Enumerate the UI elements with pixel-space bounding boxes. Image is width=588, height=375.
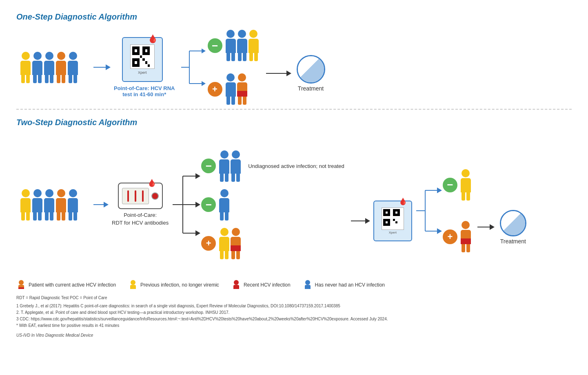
legend-previous: Previous infection, no longer viremic bbox=[128, 280, 219, 290]
arrow-to-rna bbox=[351, 218, 370, 224]
svg-marker-22 bbox=[437, 228, 442, 234]
plus-circle-rna: + bbox=[443, 229, 457, 244]
rna-minus-people bbox=[461, 169, 471, 201]
legend-active-icon bbox=[16, 280, 26, 290]
row-minus-mid: − bbox=[201, 189, 344, 221]
people-plus-bot bbox=[219, 228, 241, 259]
two-step-initial-people bbox=[20, 189, 78, 221]
positive-people bbox=[226, 73, 247, 105]
blood-drop-icon: 🩸 bbox=[148, 34, 158, 44]
poc-device-one-step: 🩸 bbox=[114, 37, 175, 97]
two-step-section: Two-Step Diagnostic Algorithm 🩸 bbox=[16, 118, 572, 290]
two-step-result-rows: − Undiagnosed active infection; not trea… bbox=[201, 150, 344, 259]
minus-circle-top: − bbox=[201, 159, 216, 173]
people-minus-top bbox=[219, 150, 241, 182]
rna-device-box: 🩸 Xpert bbox=[373, 201, 412, 241]
arrow-to-treatment-1 bbox=[266, 71, 291, 76]
footer-ref-3: 3 CDC: https://www.cdc.gov/hepatitis/sta… bbox=[16, 316, 572, 322]
result-negative-row: − bbox=[208, 30, 259, 61]
treatment-2: Treatment bbox=[500, 210, 526, 245]
plus-circle-1: + bbox=[208, 82, 222, 97]
one-step-initial-people bbox=[20, 52, 78, 83]
rna-blood-drop: 🩸 bbox=[399, 197, 407, 206]
legend-recent-icon bbox=[231, 280, 241, 290]
poc-rna-two-step: 🩸 Xpert bbox=[373, 201, 412, 241]
svg-marker-12 bbox=[195, 202, 200, 207]
person-blue-2 bbox=[44, 52, 54, 83]
row-minus-top: − Undiagnosed active infection; not trea… bbox=[201, 150, 344, 182]
footer-ref-1: 1 Grebely J., et al (2017): Hepatitis C … bbox=[16, 303, 572, 309]
rdt-strip bbox=[122, 188, 149, 204]
person-blue-3 bbox=[68, 52, 78, 83]
rna-plus-row: + bbox=[443, 221, 471, 252]
rdt-sample-port bbox=[151, 192, 158, 200]
rdt-caption: Point-of-Care: RDT for HCV antibodies bbox=[112, 212, 169, 226]
people-minus-mid bbox=[219, 189, 229, 221]
legend-never: Has never had an HCV infection bbox=[303, 280, 385, 290]
person-yellow-1 bbox=[20, 52, 31, 83]
negative-people bbox=[226, 30, 259, 61]
svg-marker-15 bbox=[195, 230, 200, 236]
undiagnosed-label: Undiagnosed active infection; not treate… bbox=[248, 163, 344, 169]
capsule-icon-2 bbox=[500, 210, 526, 236]
footer-abbr: RDT = Rapid Diagnostic Test POC = Point … bbox=[16, 295, 572, 301]
two-step-title: Two-Step Diagnostic Algorithm bbox=[16, 118, 572, 127]
legend-active: Patient with current active HCV infectio… bbox=[16, 280, 116, 290]
poc-caption-1: Point-of-Care: HCV RNA test in 41-60 min… bbox=[114, 85, 175, 97]
rdt-device-wrapper: 🩸 Point-of-Care: RDT for HCV antibodies bbox=[112, 183, 169, 226]
section-divider bbox=[16, 109, 572, 110]
plus-circle-bot: + bbox=[201, 236, 216, 251]
one-step-results: − + bbox=[208, 30, 259, 105]
rna-qr bbox=[382, 207, 404, 230]
footer-ref-2: 2. T. Applegate, et al. Point of care an… bbox=[16, 309, 572, 316]
one-step-title: One-Step Diagnostic Algorithm bbox=[16, 12, 572, 22]
two-step-fork-1 bbox=[173, 156, 201, 254]
legend-previous-icon bbox=[128, 280, 138, 290]
treatment-label-2: Treatment bbox=[500, 238, 526, 245]
treatment-1: Treatment bbox=[297, 55, 325, 92]
footer: RDT = Rapid Diagnostic Test POC = Point … bbox=[16, 295, 572, 339]
arrow-to-poc-1 bbox=[93, 64, 111, 70]
arrow-to-rdt bbox=[93, 202, 109, 207]
row-plus-bot: + bbox=[201, 228, 344, 259]
footer-bottom: US-IVD In Vitro Diagnostic Medical Devic… bbox=[16, 332, 572, 339]
minus-circle-1: − bbox=[208, 38, 222, 53]
svg-marker-10 bbox=[195, 173, 200, 179]
legend-bar: Patient with current active HCV infectio… bbox=[16, 280, 572, 290]
two-step-fork-2 bbox=[416, 170, 443, 251]
result-positive-row: + bbox=[208, 73, 259, 105]
footer-ref-4: * With EAT, earliest time for positive r… bbox=[16, 322, 572, 329]
svg-marker-19 bbox=[437, 188, 442, 193]
rna-result-rows: − + bbox=[443, 169, 471, 252]
legend-recent: Recent HCV infection bbox=[231, 280, 291, 290]
one-step-fork bbox=[181, 39, 206, 96]
svg-marker-6 bbox=[202, 81, 206, 86]
rna-minus-row: − bbox=[443, 169, 471, 201]
legend-never-icon bbox=[303, 280, 313, 290]
two-step-diagram: 🩸 Point-of-Care: RDT for HCV antibodies bbox=[20, 135, 572, 274]
svg-marker-3 bbox=[202, 49, 206, 53]
capsule-icon-1 bbox=[297, 55, 325, 84]
rdt-blood-drop: 🩸 bbox=[147, 179, 156, 188]
minus-circle-rna: − bbox=[443, 178, 457, 192]
page: One-Step Diagnostic Algorithm bbox=[0, 0, 588, 347]
treatment-label-1: Treatment bbox=[298, 85, 324, 92]
rna-plus-people bbox=[461, 221, 471, 252]
minus-circle-mid: − bbox=[201, 197, 216, 212]
rdt-device: 🩸 bbox=[118, 183, 163, 209]
one-step-section: One-Step Diagnostic Algorithm bbox=[16, 12, 572, 105]
arrow-to-treatment-2 bbox=[477, 224, 495, 230]
person-orange-1 bbox=[56, 52, 66, 83]
person-blue-1 bbox=[32, 52, 42, 83]
